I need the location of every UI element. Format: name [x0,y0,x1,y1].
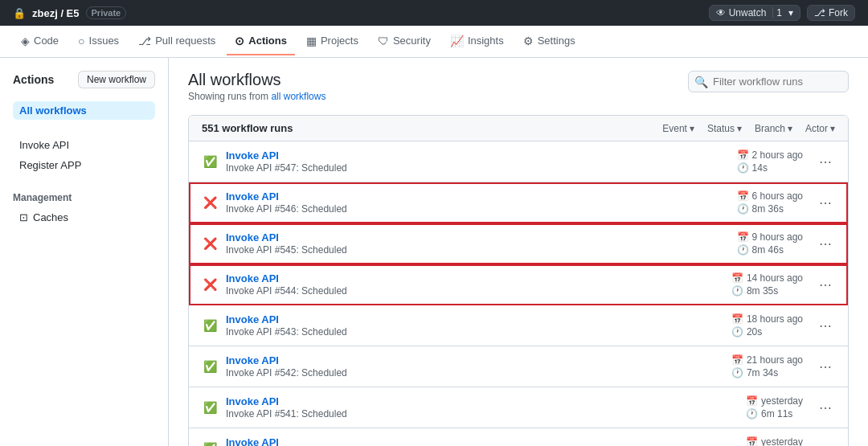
more-options-button[interactable]: ⋯ [816,317,835,335]
failed-icon: ❌ [202,276,218,293]
tab-settings[interactable]: ⚙ Settings [515,28,583,55]
sidebar-title: Actions [13,73,54,86]
run-meta: 📅 6 hours ago 🕐 8m 36s [737,190,803,215]
settings-icon: ⚙ [523,35,534,47]
table-row: ❌ Invoke API Invoke API #544: Scheduled … [189,264,848,305]
more-options-button[interactable]: ⋯ [816,358,835,376]
run-left: ✅ Invoke API Invoke API #540: Scheduled [202,436,347,446]
content-area: All workflows Showing runs from all work… [169,58,868,446]
run-time: 📅 2 hours ago [737,149,803,161]
run-name[interactable]: Invoke API [226,231,347,243]
new-workflow-button[interactable]: New workflow [78,71,155,88]
unwatch-button[interactable]: 👁 Unwatch 1 ▾ [709,5,800,21]
caches-icon: ⊡ [19,211,28,223]
clock-icon: 🕐 [737,244,749,256]
run-meta: 📅 9 hours ago 🕐 8m 46s [737,231,803,256]
calendar-icon: 📅 [737,149,749,161]
run-left: ✅ Invoke API Invoke API #547: Scheduled [202,149,347,174]
repo-name: zbezj / E5 [32,7,80,19]
tab-projects[interactable]: ▦ Projects [298,28,366,55]
more-options-button[interactable]: ⋯ [816,440,835,447]
failed-icon: ❌ [202,194,218,211]
tab-insights[interactable]: 📈 Insights [442,28,512,55]
run-right: 📅 2 hours ago 🕐 14s ⋯ [737,149,835,174]
calendar-icon: 📅 [737,190,749,202]
tab-issues[interactable]: ○ Issues [70,28,127,55]
run-info: Invoke API Invoke API #545: Scheduled [226,231,347,256]
more-options-button[interactable]: ⋯ [816,399,835,417]
sidebar-item-invoke-api[interactable]: Invoke API [13,136,155,154]
calendar-icon: 📅 [731,272,743,284]
search-input[interactable] [688,71,849,92]
run-left: ✅ Invoke API Invoke API #543: Scheduled [202,313,347,338]
table-row: ✅ Invoke API Invoke API #541: Scheduled … [189,387,848,428]
run-desc: Invoke API #545: Scheduled [226,244,347,256]
run-right: 📅 6 hours ago 🕐 8m 36s ⋯ [737,190,835,215]
projects-icon: ▦ [306,35,317,47]
run-info: Invoke API Invoke API #547: Scheduled [226,149,347,174]
success-icon: ✅ [202,153,218,170]
run-desc: Invoke API #547: Scheduled [226,162,347,174]
run-duration: 🕐 8m 35s [731,285,803,297]
sidebar-item-register-app[interactable]: Register APP [13,156,155,174]
tab-pull-requests[interactable]: ⎇ Pull requests [130,28,223,55]
tab-actions[interactable]: ⊙ Actions [227,28,295,55]
run-name[interactable]: Invoke API [226,436,347,446]
chevron-down-icon: ▾ [690,123,694,134]
clock-icon: 🕐 [731,326,743,338]
eye-icon: 👁 [716,7,726,18]
sidebar-header: Actions New workflow [0,71,168,98]
chevron-down-icon: ▾ [737,123,742,134]
content-header: All workflows Showing runs from all work… [188,71,849,102]
sidebar-workflows-section: Invoke API Register APP [0,129,168,179]
run-name[interactable]: Invoke API [226,272,347,284]
filter-event[interactable]: Event ▾ [662,123,694,134]
clock-icon: 🕐 [746,408,758,419]
filter-branch[interactable]: Branch ▾ [755,123,792,134]
run-name[interactable]: Invoke API [226,190,347,203]
run-info: Invoke API Invoke API #542: Scheduled [226,354,347,378]
run-info: Invoke API Invoke API #540: Scheduled [226,436,347,446]
all-workflows-link[interactable]: all workflows [271,91,326,102]
run-left: ❌ Invoke API Invoke API #545: Scheduled [202,231,347,256]
run-meta: 📅 18 hours ago 🕐 20s [731,313,803,338]
run-left: ✅ Invoke API Invoke API #542: Scheduled [202,354,347,378]
run-desc: Invoke API #544: Scheduled [226,285,347,297]
run-left: ✅ Invoke API Invoke API #541: Scheduled [202,395,347,419]
run-duration: 🕐 6m 11s [746,408,803,419]
clock-icon: 🕐 [737,162,749,174]
more-options-button[interactable]: ⋯ [816,276,835,294]
more-options-button[interactable]: ⋯ [816,194,835,212]
tab-code[interactable]: ◈ Code [13,28,67,55]
tab-security[interactable]: 🛡 Security [370,28,439,55]
run-right: 📅 21 hours ago 🕐 7m 34s ⋯ [731,354,835,378]
sidebar-management: Management ⊡ Caches [0,179,168,230]
lock-icon: 🔒 [13,7,26,19]
run-name[interactable]: Invoke API [226,354,347,366]
table-row: ❌ Invoke API Invoke API #545: Scheduled … [189,223,848,264]
fork-button[interactable]: ⎇ Fork [807,5,855,21]
sidebar-item-all-workflows[interactable]: All workflows [13,101,155,120]
run-name[interactable]: Invoke API [226,313,347,325]
security-icon: 🛡 [378,35,389,47]
table-row: ✅ Invoke API Invoke API #543: Scheduled … [189,305,848,346]
sidebar-item-caches[interactable]: ⊡ Caches [13,208,155,227]
run-meta: 📅 yesterday 🕐 21s [746,436,803,446]
calendar-icon: 📅 [731,313,743,325]
more-options-button[interactable]: ⋯ [816,235,835,253]
more-options-button[interactable]: ⋯ [816,153,835,171]
success-icon: ✅ [202,440,218,446]
filter-actor[interactable]: Actor ▾ [805,123,835,134]
runs-filters: Event ▾ Status ▾ Branch ▾ Actor ▾ [662,123,835,134]
run-right: 📅 14 hours ago 🕐 8m 35s ⋯ [731,272,835,297]
filter-status[interactable]: Status ▾ [707,123,742,134]
clock-icon: 🕐 [731,367,743,378]
calendar-icon: 📅 [746,395,758,407]
run-time: 📅 21 hours ago [731,354,803,366]
success-icon: ✅ [202,399,218,415]
run-name[interactable]: Invoke API [226,149,347,162]
run-time: 📅 18 hours ago [731,313,803,325]
table-row: ✅ Invoke API Invoke API #542: Scheduled … [189,346,848,387]
run-left: ❌ Invoke API Invoke API #544: Scheduled [202,272,347,297]
run-name[interactable]: Invoke API [226,395,347,407]
